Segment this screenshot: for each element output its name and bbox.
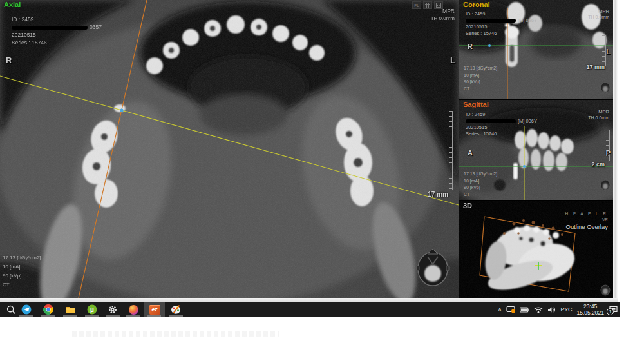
patient-id: ID : 2459 [12,15,102,23]
tray-date: 15.05.2021 [576,309,604,316]
crosshair-dot [523,165,526,168]
coronal-scale-label: 17 mm [586,64,605,70]
wifi-icon[interactable] [534,306,543,313]
mode-label: MPR [598,109,609,115]
language-indicator[interactable]: РУС [560,306,572,313]
floating-layout-button[interactable]: FL [412,1,421,9]
sagittal-patient-info: ID : 2459 [M] 036Y 20210515 Series : 157… [466,112,537,137]
redaction-bar [466,19,516,23]
mode-label: MPR [598,8,609,14]
orientation-head-icon [601,285,610,295]
orientation-letters: H F A P L R [565,211,608,216]
taskbar-telegram-button[interactable] [17,302,36,317]
desktop: Axial FL ID : 2459 0357 20210515 Series … [0,0,644,363]
mpr-viewer-window: Axial FL ID : 2459 0357 20210515 Series … [0,0,613,298]
crosshair-center-dot [120,108,123,112]
taskbar-chrome-button[interactable] [39,302,58,317]
search-icon [6,305,16,315]
marker-left-side: L [606,48,611,55]
series-number: Series : 15746 [12,39,102,46]
volume-icon[interactable] [547,306,556,313]
marker-anterior: A [468,149,473,157]
coronal-patient-info: ID : 2459 [M] 036Y 20210515 Series : 157… [466,11,537,37]
taskbar-photos-button[interactable] [124,302,143,317]
sagittal-acquisition-info: 17.13 [dGy*cm2] 10 [mA] 90 [kVp] CT [464,171,497,198]
notification-count-badge: 1 [607,308,614,315]
marker-posterior: P [606,149,611,157]
series-number: Series : 15746 [466,131,537,137]
ez3d-app-icon: ez [149,305,160,315]
grid-layout-icon[interactable] [423,1,432,9]
crosshair-dot [488,44,491,47]
gear-icon [108,304,118,315]
thickness-label: TH 0.0mm [588,15,609,19]
axial-acquisition-info: 17.13 [dGy*cm2] 10 [mA] 90 [kVp] CT [3,253,41,289]
taskbar-file-explorer-button[interactable] [61,302,80,317]
outline-overlay-label[interactable]: Outline Overlay [566,223,608,230]
tray-time: 23:45 [583,303,597,309]
taskbar-ez3d-button-active[interactable]: ez [144,302,165,317]
coronal-panel-title: Coronal [463,1,490,8]
taskbar-settings-button[interactable] [103,302,122,317]
tray-overflow-chevron-icon[interactable]: ∧ [498,306,502,313]
chrome-icon [43,304,53,315]
folder-icon [65,305,76,314]
axial-ruler [449,111,453,190]
sagittal-viewport[interactable]: Sagittal ID : 2459 [M] 036Y 20210515 Ser… [459,100,613,200]
sagittal-panel-title: Sagittal [463,101,489,108]
redaction-bar [12,26,88,30]
action-center-button[interactable]: 1 [609,306,618,314]
axial-viewport[interactable]: Axial FL ID : 2459 0357 20210515 Series … [0,0,459,298]
volume-3d-viewport[interactable]: 3D H F A P L R VR Outline Overlay [459,201,613,298]
study-date: 20210515 [466,124,537,131]
orientation-head-icon [601,83,610,93]
patient-id: ID : 2459 [466,11,537,17]
redaction-bar [466,119,516,123]
sagittal-scale-label: 2 cm [591,161,605,168]
telegram-icon [21,304,32,315]
axial-patient-info: ID : 2459 0357 20210515 Series : 15746 [12,15,102,46]
thickness-label: TH 0.0mm [588,115,609,120]
taskbar-clock[interactable]: 23:45 15.05.2021 [576,303,604,316]
paint-palette-icon [171,304,181,315]
marker-right-side: R [6,55,12,65]
windows-taskbar: µ ez ∧ [0,302,620,317]
battery-icon[interactable] [520,307,529,313]
axial-panel-title: Axial [4,1,21,8]
patient-name-redacted: [M] 036Y [466,17,537,24]
system-tray: ∧ РУС 23:45 15.05.2021 [498,302,618,317]
tray-app-icon[interactable] [506,306,515,313]
series-number: Series : 15746 [466,30,537,37]
coronal-acquisition-info: 17.13 [dGy*cm2] 10 [mA] 90 [kVp] CT [464,65,497,92]
patient-id: ID : 2459 [466,112,537,118]
patient-name-redacted: [M] 036Y [466,118,537,124]
study-date: 20210515 [466,24,537,30]
axial-toolbar: FL [412,1,443,9]
marker-left-side: L [450,55,455,65]
window-frame-bottom [0,298,618,302]
thickness-label: TH 0.0mm [431,15,455,21]
study-date: 20210515 [12,31,102,39]
axial-scale-label: 17 mm [428,191,448,198]
scan-artifact [72,331,279,337]
marker-right-side: R [468,43,473,50]
taskbar-utorrent-button[interactable]: µ [82,302,102,317]
checkbox-icon[interactable] [434,1,443,9]
render-mode-label: VR [602,217,608,222]
taskbar-paint-button[interactable] [166,302,185,317]
patient-name-redacted: 0357 [12,23,102,31]
mode-label: MPR [442,8,455,14]
gradient-app-icon [129,305,138,315]
coronal-viewport[interactable]: Coronal ID : 2459 [M] 036Y 20210515 Seri… [459,0,613,99]
3d-panel-title: 3D [463,202,472,210]
orientation-head-icon [601,180,610,190]
window-frame-right [613,0,618,302]
